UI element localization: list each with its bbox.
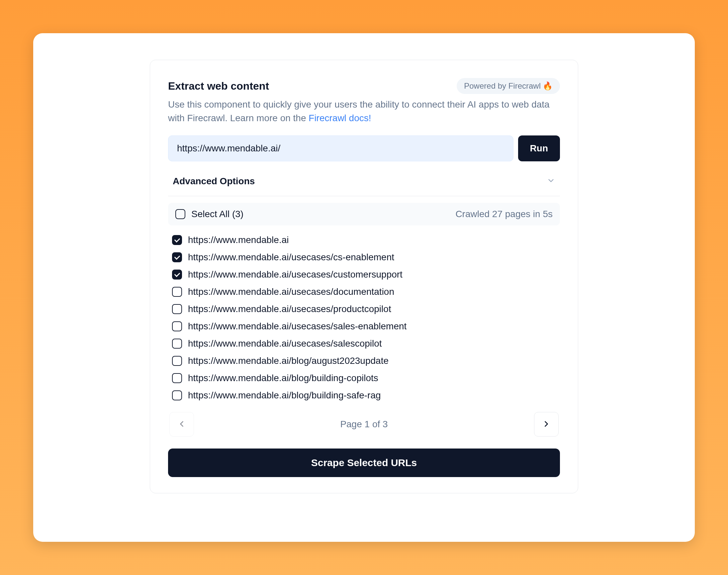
powered-by-badge: Powered by Firecrawl 🔥 — [457, 78, 560, 94]
input-row: Run — [168, 135, 560, 161]
select-all-bar: Select All (3) Crawled 27 pages in 5s — [168, 203, 560, 226]
fire-icon: 🔥 — [543, 81, 553, 91]
url-checkbox[interactable] — [172, 339, 182, 348]
panel-description: Use this component to quickly give your … — [168, 98, 560, 125]
url-text: https://www.mendable.ai/usecases/salesco… — [188, 338, 382, 349]
chevron-left-icon — [177, 419, 186, 430]
url-item: https://www.mendable.ai/blog/building-co… — [172, 373, 556, 383]
select-all-checkbox[interactable] — [175, 209, 185, 219]
url-text: https://www.mendable.ai/usecases/product… — [188, 304, 391, 314]
url-item: https://www.mendable.ai/usecases/sales-e… — [172, 321, 556, 332]
url-text: https://www.mendable.ai/usecases/documen… — [188, 286, 394, 297]
url-checkbox[interactable] — [172, 304, 182, 314]
url-list: https://www.mendable.aihttps://www.menda… — [168, 235, 560, 401]
url-item: https://www.mendable.ai/usecases/cs-enab… — [172, 252, 556, 263]
url-checkbox[interactable] — [172, 322, 182, 331]
select-all-left: Select All (3) — [175, 209, 243, 219]
page-indicator: Page 1 of 3 — [340, 419, 388, 430]
url-text: https://www.mendable.ai/usecases/custome… — [188, 269, 402, 280]
crawl-status: Crawled 27 pages in 5s — [455, 209, 553, 219]
url-item: https://www.mendable.ai/blog/august2023u… — [172, 356, 556, 366]
url-item: https://www.mendable.ai — [172, 235, 556, 245]
url-checkbox[interactable] — [172, 373, 182, 383]
advanced-options-toggle[interactable]: Advanced Options — [168, 172, 560, 196]
badge-text: Powered by Firecrawl — [464, 81, 541, 91]
chevron-right-icon — [542, 419, 551, 430]
prev-page-button[interactable] — [169, 412, 194, 437]
url-checkbox[interactable] — [172, 356, 182, 366]
url-checkbox[interactable] — [172, 235, 182, 245]
run-button[interactable]: Run — [518, 135, 560, 161]
url-checkbox[interactable] — [172, 287, 182, 297]
url-checkbox[interactable] — [172, 270, 182, 279]
url-text: https://www.mendable.ai/usecases/cs-enab… — [188, 252, 394, 263]
docs-link[interactable]: Firecrawl docs! — [308, 113, 371, 123]
url-text: https://www.mendable.ai/blog/building-sa… — [188, 390, 381, 401]
url-item: https://www.mendable.ai/blog/building-sa… — [172, 390, 556, 401]
outer-card: Extract web content Powered by Firecrawl… — [33, 33, 695, 542]
panel-title: Extract web content — [168, 80, 269, 92]
url-text: https://www.mendable.ai/blog/building-co… — [188, 373, 378, 383]
url-text: https://www.mendable.ai/usecases/sales-e… — [188, 321, 406, 332]
advanced-options-label: Advanced Options — [173, 176, 255, 187]
select-all-label: Select All (3) — [191, 209, 243, 219]
url-checkbox[interactable] — [172, 252, 182, 262]
header-row: Extract web content Powered by Firecrawl… — [168, 78, 560, 94]
url-text: https://www.mendable.ai — [188, 235, 289, 245]
pagination: Page 1 of 3 — [168, 412, 560, 437]
url-item: https://www.mendable.ai/usecases/documen… — [172, 286, 556, 297]
url-item: https://www.mendable.ai/usecases/custome… — [172, 269, 556, 280]
next-page-button[interactable] — [534, 412, 559, 437]
extract-panel: Extract web content Powered by Firecrawl… — [150, 60, 578, 493]
url-text: https://www.mendable.ai/blog/august2023u… — [188, 356, 389, 366]
url-item: https://www.mendable.ai/usecases/salesco… — [172, 338, 556, 349]
url-input[interactable] — [168, 135, 514, 161]
scrape-selected-button[interactable]: Scrape Selected URLs — [168, 448, 560, 477]
url-item: https://www.mendable.ai/usecases/product… — [172, 304, 556, 314]
url-checkbox[interactable] — [172, 391, 182, 400]
chevron-down-icon — [547, 176, 555, 186]
